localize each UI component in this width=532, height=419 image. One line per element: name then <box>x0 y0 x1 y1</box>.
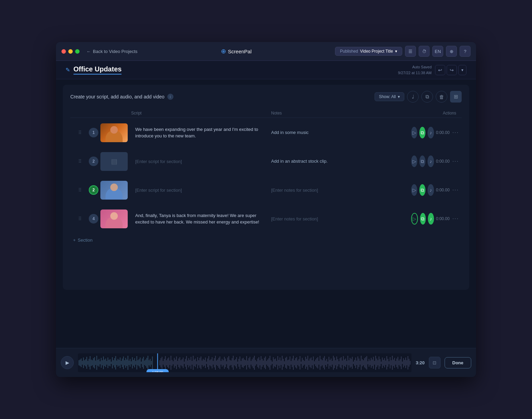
video-button[interactable]: ▷ <box>411 156 417 167</box>
back-to-projects-button[interactable]: ← Back to Video Projects <box>86 49 138 54</box>
panel-instruction: Create your script, add audio, and add v… <box>70 94 165 99</box>
done-button[interactable]: Done <box>445 357 472 368</box>
video-button[interactable]: ▷ <box>411 127 417 138</box>
script-placeholder[interactable]: [Enter script for section] <box>131 159 271 164</box>
svg-rect-6 <box>85 359 86 366</box>
svg-rect-58 <box>143 357 144 369</box>
language-button[interactable]: EN <box>432 46 443 57</box>
play-button[interactable]: ▶ <box>61 356 74 369</box>
delete-button[interactable]: 🗑 <box>436 91 447 103</box>
section-number-badge: 4 <box>89 214 98 224</box>
svg-rect-227 <box>336 356 337 369</box>
video-button[interactable]: ▷ <box>411 213 418 225</box>
publish-status-label: Published <box>340 49 358 54</box>
svg-rect-198 <box>304 361 305 365</box>
svg-rect-15 <box>95 361 96 365</box>
more-options-button[interactable]: ··· <box>452 187 459 193</box>
panel-actions: Show: All ▾ ♩ ⧉ 🗑 ⊞ <box>375 91 462 103</box>
svg-rect-119 <box>216 361 217 365</box>
music-button[interactable]: ♩ <box>407 91 419 103</box>
audio-button[interactable]: ♪ <box>428 156 434 167</box>
svg-rect-283 <box>398 361 399 365</box>
waveform[interactable]: 1:08:00 <box>78 353 411 372</box>
svg-rect-18 <box>99 359 99 367</box>
publish-button[interactable]: Published Video Project Title ▾ <box>335 47 402 56</box>
list-icon: ☰ <box>408 49 412 54</box>
svg-rect-85 <box>178 359 179 367</box>
section-thumbnail <box>100 181 128 200</box>
grid-view-button[interactable]: ⊞ <box>450 91 462 103</box>
filter-chevron-icon: ▾ <box>398 94 400 99</box>
audio-button[interactable]: ♪ <box>428 213 434 225</box>
svg-rect-280 <box>395 361 396 365</box>
svg-rect-53 <box>138 360 138 365</box>
svg-rect-59 <box>144 361 145 365</box>
more-options-button[interactable]: ··· <box>452 130 459 136</box>
notes-text[interactable]: Add in some music <box>271 129 411 136</box>
undo-redo-group: ↩ ↪ ▾ <box>435 65 466 75</box>
clip-button[interactable]: ⧉ <box>419 127 425 138</box>
video-button[interactable]: ▷ <box>411 184 417 196</box>
close-button[interactable] <box>61 49 66 54</box>
notes-placeholder[interactable]: [Enter notes for section] <box>271 188 411 193</box>
svg-rect-145 <box>245 360 246 365</box>
more-options-button[interactable]: ··· <box>452 216 459 222</box>
notes-placeholder[interactable]: [Enter notes for section] <box>271 216 411 221</box>
svg-rect-4 <box>83 357 84 368</box>
svg-rect-68 <box>159 360 160 365</box>
svg-rect-262 <box>375 356 376 370</box>
svg-rect-195 <box>301 362 302 364</box>
back-arrow-icon: ← <box>86 49 91 54</box>
time-display: 0:00.00 <box>436 130 450 135</box>
drag-handle[interactable]: ⠿ <box>73 187 87 193</box>
svg-rect-162 <box>264 358 265 368</box>
notes-text[interactable]: Add in an abstract stock clip. <box>271 158 411 165</box>
more-options-button[interactable]: ··· <box>452 158 459 164</box>
svg-rect-287 <box>403 358 404 367</box>
expand-chevron-button[interactable]: ▾ <box>458 65 466 75</box>
svg-rect-271 <box>385 361 386 365</box>
minimize-button[interactable] <box>68 49 73 54</box>
list-icon-button[interactable]: ☰ <box>405 46 416 57</box>
play-icon: ▶ <box>66 360 69 365</box>
svg-rect-26 <box>108 357 108 368</box>
svg-rect-8 <box>87 361 88 365</box>
svg-rect-123 <box>221 361 221 365</box>
svg-rect-207 <box>314 361 315 364</box>
script-placeholder[interactable]: [Enter script for section] <box>131 188 271 193</box>
script-text[interactable]: And, finally, Tanya is back from materni… <box>131 212 271 226</box>
drag-handle[interactable]: ⠿ <box>73 216 87 221</box>
info-icon-button[interactable]: i <box>167 94 173 100</box>
clip-button[interactable]: ⧉ <box>419 156 425 167</box>
drag-handle[interactable]: ⠿ <box>73 159 87 164</box>
svg-rect-171 <box>274 359 275 366</box>
edit-icon: ✎ <box>66 67 70 73</box>
clip-button[interactable]: ⧉ <box>419 184 425 196</box>
copy-button[interactable]: ⧉ <box>421 91 433 103</box>
history-icon-button[interactable]: ⏱ <box>419 46 430 57</box>
svg-rect-270 <box>384 358 385 367</box>
svg-text:1:08:00: 1:08:00 <box>152 370 163 372</box>
help-icon-button[interactable]: ? <box>460 46 471 57</box>
drag-handle[interactable]: ⠿ <box>73 130 87 135</box>
layers-icon: ⊕ <box>450 49 453 54</box>
caption-button[interactable]: ⊡ <box>429 357 440 368</box>
svg-rect-228 <box>337 359 338 366</box>
script-text[interactable]: We have been expanding over the past yea… <box>131 126 271 139</box>
audio-button[interactable]: ♪ <box>428 184 434 196</box>
svg-rect-153 <box>254 356 255 370</box>
add-section-button[interactable]: + Section <box>70 234 462 246</box>
svg-rect-11 <box>91 360 92 366</box>
undo-button[interactable]: ↩ <box>435 65 445 75</box>
redo-button[interactable]: ↪ <box>447 65 457 75</box>
audio-button[interactable]: ♪ <box>428 127 434 138</box>
actions-column-header: Actions <box>411 111 459 116</box>
svg-rect-39 <box>122 359 123 367</box>
clip-button[interactable]: ⧉ <box>420 213 426 225</box>
svg-rect-192 <box>297 361 298 365</box>
svg-rect-209 <box>316 358 317 367</box>
layers-icon-button[interactable]: ⊕ <box>446 46 457 57</box>
svg-rect-167 <box>270 356 270 370</box>
show-filter-button[interactable]: Show: All ▾ <box>375 92 404 101</box>
maximize-button[interactable] <box>75 49 80 54</box>
